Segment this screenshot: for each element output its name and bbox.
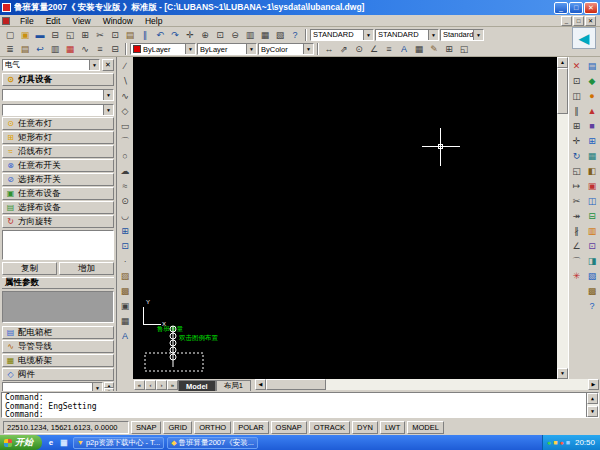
tab-layout1[interactable]: 布局1 [216, 380, 251, 391]
panel-close-button[interactable]: ✕ [102, 59, 114, 71]
scrollbar-thumb[interactable] [266, 379, 326, 390]
dim-angular-button[interactable]: ∠ [367, 43, 381, 56]
menu-file[interactable]: File [14, 15, 40, 26]
linetype-combo[interactable]: ByLayer ▼ [197, 43, 257, 55]
luban-tool-button[interactable]: ▤ [585, 59, 599, 73]
cable-tray-group-button[interactable]: ▦ 电缆桥架 [2, 354, 114, 367]
luban-tool-button[interactable]: ▲ [585, 104, 599, 118]
polar-toggle[interactable]: POLAR [233, 421, 268, 434]
paste-button[interactable]: ▤ [123, 28, 137, 41]
lwt-toggle[interactable]: LWT [380, 421, 405, 434]
osnap-toggle[interactable]: OSNAP [271, 421, 307, 434]
chevron-down-icon[interactable]: ▼ [89, 60, 99, 70]
close-button[interactable]: ✕ [584, 2, 598, 14]
help-button[interactable]: ? [288, 28, 302, 41]
command-scrollbar[interactable]: ▲ ▼ [586, 393, 598, 417]
ie-quicklaunch-icon[interactable]: e [45, 437, 57, 449]
open-file-button[interactable]: ▣ [18, 28, 32, 41]
redo-button[interactable]: ↷ [168, 28, 182, 41]
ellipse-button[interactable]: ⊙ [118, 194, 132, 208]
luban-tool-button[interactable]: ◧ [585, 164, 599, 178]
new-file-button[interactable]: ▢ [3, 28, 17, 41]
scroll-up-button[interactable]: ▲ [557, 57, 568, 68]
tool-palettes-button[interactable]: ▧ [273, 28, 287, 41]
chevron-down-icon[interactable]: ▼ [303, 44, 313, 54]
grid-toggle[interactable]: GRID [163, 421, 192, 434]
valve-group-button[interactable]: ◇ 阀件 [2, 368, 114, 381]
mdi-restore-button[interactable]: □ [573, 16, 584, 26]
dim-linear-button[interactable]: ↔ [322, 43, 336, 56]
scrollbar-track[interactable] [557, 114, 568, 368]
array-button[interactable]: ⊞ [570, 119, 584, 133]
revision-cloud-button[interactable]: ☁ [118, 164, 132, 178]
erase-button[interactable]: ✕ [570, 59, 584, 73]
polygon-button[interactable]: ◇ [118, 104, 132, 118]
polyline-button[interactable]: ∿ [118, 89, 132, 103]
tray-icon[interactable]: ■ [553, 439, 557, 446]
chevron-down-icon[interactable]: ▼ [428, 30, 438, 40]
menu-view[interactable]: View [66, 15, 96, 26]
luban-tool-button[interactable]: ◫ [585, 194, 599, 208]
scroll-left-button[interactable]: ◀ [255, 379, 266, 390]
move-button[interactable]: ✛ [570, 134, 584, 148]
place-light-rectangular-button[interactable]: ⊞ 矩形布灯 [2, 131, 114, 144]
make-layer-current-button[interactable]: ▤ [18, 43, 32, 56]
property-preview-area[interactable] [2, 291, 114, 323]
hatch-button[interactable]: ▨ [118, 269, 132, 283]
luban-tool-button[interactable]: ⊞ [585, 134, 599, 148]
make-block-button[interactable]: ⊡ [118, 239, 132, 253]
construction-line-button[interactable]: ∖ [118, 74, 132, 88]
scale-button[interactable]: ◱ [570, 164, 584, 178]
canvas-horizontal-scrollbar[interactable]: ◀ ▶ [255, 379, 599, 390]
table-button[interactable]: ▦ [412, 43, 426, 56]
zoom-previous-button[interactable]: ⊖ [228, 28, 242, 41]
calculator-button[interactable]: ⊞ [442, 43, 456, 56]
place-light-along-line-button[interactable]: ≈ 沿线布灯 [2, 145, 114, 158]
luban-tool-button[interactable]: ? [585, 299, 599, 313]
start-button[interactable]: 开始 [0, 435, 42, 450]
gradient-button[interactable]: ▩ [118, 284, 132, 298]
plot-style-button[interactable]: ⊟ [108, 43, 122, 56]
scroll-down-button[interactable]: ▼ [587, 406, 598, 417]
place-device-anywhere-button[interactable]: ▣ 任意布设备 [2, 187, 114, 200]
plot-preview-button[interactable]: ◱ [63, 28, 77, 41]
canvas-vertical-scrollbar[interactable]: ▲ ▼ [557, 57, 568, 379]
tab-first-button[interactable]: « [134, 380, 145, 390]
plot-style-combo[interactable]: ByColor ▼ [258, 43, 314, 55]
task-p2p-download[interactable]: ▼ p2p资源下载中心 - T... [73, 437, 164, 449]
luban-tool-button[interactable]: ▧ [585, 269, 599, 283]
luban-tool-button[interactable]: ▩ [585, 284, 599, 298]
category-combo[interactable]: 电气 ▼ [2, 59, 100, 71]
spline-button[interactable]: ≈ [118, 179, 132, 193]
dim-style-button[interactable]: ◱ [457, 43, 471, 56]
chamfer-button[interactable]: ∠ [570, 239, 584, 253]
match-properties-button[interactable]: ∥ [138, 28, 152, 41]
luban-tool-button[interactable]: ▣ [585, 179, 599, 193]
menu-window[interactable]: Window [97, 15, 139, 26]
ellipse-arc-button[interactable]: ◡ [118, 209, 132, 223]
model-toggle[interactable]: MODEL [407, 421, 444, 434]
linetype-button[interactable]: ∿ [78, 43, 92, 56]
drawing-canvas[interactable]: Y X 鲁班算量 双击图例布置 [133, 57, 557, 379]
place-light-anywhere-button[interactable]: ⊙ 任意布灯 [2, 117, 114, 130]
copy-button[interactable]: 复制 [2, 262, 57, 275]
zoom-realtime-button[interactable]: ⊕ [198, 28, 212, 41]
chevron-down-icon[interactable]: ▼ [92, 383, 102, 391]
chevron-down-icon[interactable]: ▼ [185, 44, 195, 54]
scroll-up-button[interactable]: ▲ [587, 393, 598, 404]
quick-dim-button[interactable]: ≡ [382, 43, 396, 56]
chevron-down-icon[interactable]: ▼ [246, 44, 256, 54]
luban-tool-button[interactable]: ▥ [585, 224, 599, 238]
circle-button[interactable]: ○ [118, 149, 132, 163]
text-style-combo[interactable]: Standard ▼ [440, 29, 484, 41]
luban-tool-button[interactable]: ■ [585, 119, 599, 133]
region-button[interactable]: ▣ [118, 299, 132, 313]
trim-button[interactable]: ✂ [570, 194, 584, 208]
mdi-minimize-button[interactable]: _ [561, 16, 572, 26]
place-switch-select-button[interactable]: ⊘ 选择布开关 [2, 173, 114, 186]
tab-model[interactable]: Model [178, 380, 216, 391]
show-desktop-icon[interactable]: ▦ [58, 437, 70, 449]
edit-text-button[interactable]: ✎ [427, 43, 441, 56]
ortho-toggle[interactable]: ORTHO [194, 421, 231, 434]
draw-table-button[interactable]: ▦ [118, 314, 132, 328]
